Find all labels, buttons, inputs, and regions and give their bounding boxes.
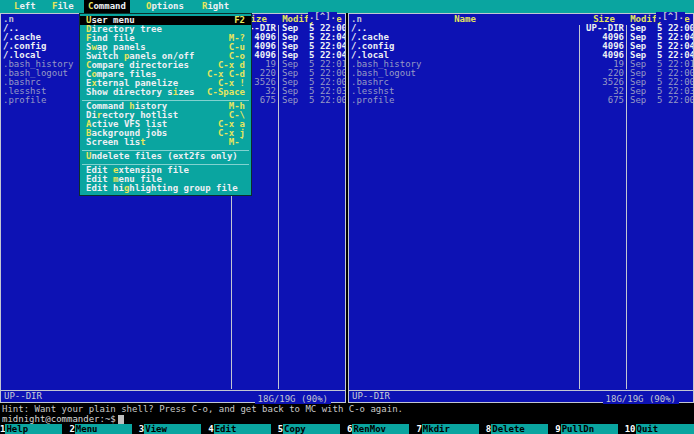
menubar-item-command[interactable]: Command [84,0,130,13]
fkey-number: 10 [625,424,636,434]
fkey-label: Delete [491,424,548,434]
fkey-label: Quit [636,424,694,434]
fkey-6-renmov[interactable]: 6RenMov [347,424,416,434]
menubar-item-options[interactable]: Options [142,0,188,13]
label-text: eft [19,1,35,11]
menu-item-label: Undelete files (ext2fs only) [86,152,238,161]
file-name: .lesshst [349,87,581,96]
label-text: ommand [93,1,126,11]
panel-up-button[interactable]: .[^]. [656,12,685,22]
fkey-2-menu[interactable]: 2Menu [69,424,138,434]
label-text: ndelete files (ext2fs only) [91,151,237,161]
fkey-label: Help [5,424,62,434]
column-name-label: Name [454,14,476,24]
fkey-label: RenMov [352,424,409,434]
fkey-label: Menu [75,424,132,434]
column-divider [626,25,627,389]
file-name: .bashrc [349,78,581,87]
menubar-item-left[interactable]: Left [10,0,40,13]
fkey-label: PullDn [561,424,618,434]
menu-item-shortcut: M-` [229,138,245,147]
fkey-8-delete[interactable]: 8Delete [486,424,555,434]
label-text: hlighting group file [129,183,237,193]
file-mtime: Sep 5 22:00 [279,96,345,105]
text-cursor [118,415,124,424]
file-name: /.local [349,51,581,60]
sort-indicator: .n [3,14,14,24]
menu-item-screen-list[interactable]: Screen listM-` [80,138,251,147]
fkey-label: Edit [214,424,271,434]
menubar-item-file[interactable]: File [48,0,78,13]
panel-header: .nName Size Modify time [349,14,693,24]
panel-right: .[^]. 18G/19G (90%) .nName Size Modify t… [348,13,694,403]
fkey-10-quit[interactable]: 10Quit [625,424,694,434]
file-name: /.config [349,42,581,51]
command-line[interactable]: midnight@commander:~$ [2,415,124,424]
menu-item-label: Edit highlighting group file [86,184,238,193]
function-key-bar: 1Help2Menu3View4Edit5Copy6RenMov7Mkdir8D… [0,424,694,434]
column-divider [278,25,279,389]
file-name: /.cache [349,33,581,42]
fkey-label: Mkdir [422,424,479,434]
label-text: Show directory s [86,87,173,97]
menu-item-label: Show directory sizes [86,88,194,97]
file-mtime: Sep 5 22:00 [627,96,693,105]
file-name: .bash_logout [349,69,581,78]
menu-item-show-directory-sizes[interactable]: Show directory sizesC-Space [80,88,251,97]
file-name: /.. [349,24,581,33]
fkey-3-view[interactable]: 3View [139,424,208,434]
menu-bar: LeftFileCommandOptionsRight [0,0,694,13]
menu-item-label: Screen list [86,138,146,147]
fkey-label: View [144,424,201,434]
file-size: 675 [581,96,627,105]
menu-item-undelete-files-ext2fs-only[interactable]: Undelete files (ext2fs only) [80,152,251,161]
label-text: Edit hi [86,183,124,193]
file-list: /..UP--DIRSep 5 22:00/.cache4096Sep 5 22… [349,24,693,390]
label-text: ile [57,1,73,11]
column-header-size[interactable]: Size [581,14,627,24]
label-text: ptions [151,1,184,11]
fkey-7-mkdir[interactable]: 7Mkdir [416,424,485,434]
fkey-4-edit[interactable]: 4Edit [208,424,277,434]
menu-item-shortcut: C-Space [207,88,245,97]
menu-item-shortcut: F2 [234,16,245,25]
sort-indicator: .n [351,14,362,24]
menu-item-edit-highlighting-group-file[interactable]: Edit highlighting group file [80,184,251,193]
file-name: .bash_history [349,60,581,69]
file-name: .profile [349,96,581,105]
command-menu: User menuF2Directory treeFind fileM-?Swa… [79,13,252,196]
fkey-1-help[interactable]: 1Help [0,424,69,434]
column-header-name[interactable]: .nName [349,14,581,24]
file-row-profile[interactable]: .profile675Sep 5 22:00 [349,96,693,105]
free-space-indicator: 18G/19G (90%) [603,394,679,404]
label-text: Screen lis [86,137,140,147]
label-text: zes [178,87,194,97]
fkey-label: Copy [283,424,340,434]
fkey-9-pulldn[interactable]: 9PullDn [555,424,624,434]
hotkey-letter: t [140,137,145,147]
mc-screen: LeftFileCommandOptionsRight .[^]. 18G/19… [0,0,694,434]
menubar-item-right[interactable]: Right [198,0,233,13]
label-text: ight [207,1,229,11]
panel-up-button[interactable]: .[^]. [308,12,337,22]
column-divider [579,25,580,389]
fkey-5-copy[interactable]: 5Copy [278,424,347,434]
shell-prompt: midnight@commander:~$ [2,414,116,424]
hint-line: Hint: Want your plain shell? Press C-o, … [2,405,403,414]
free-space-indicator: 18G/19G (90%) [255,394,331,404]
